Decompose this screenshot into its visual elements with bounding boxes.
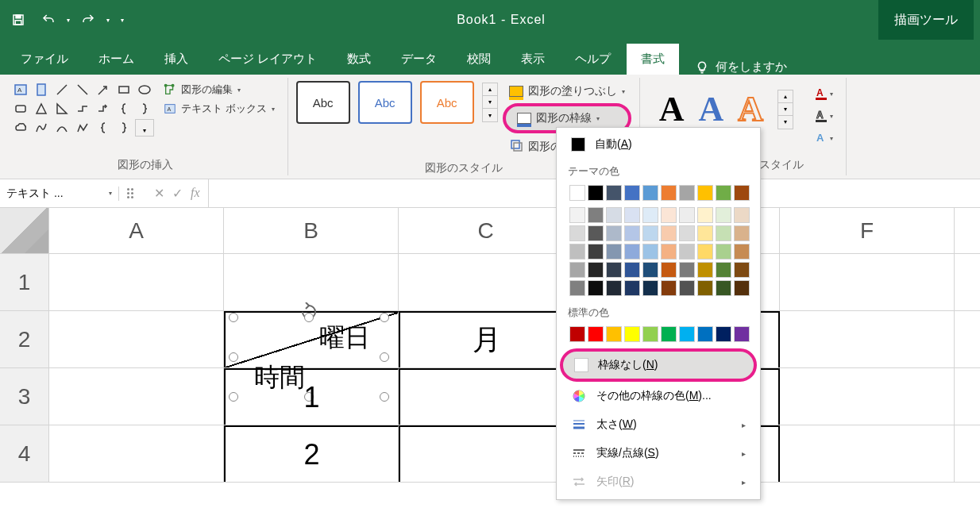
color-swatch[interactable] (569, 225, 585, 241)
automatic-color-item[interactable]: 自動(A) (560, 131, 757, 158)
color-swatch[interactable] (734, 244, 750, 260)
resize-handle[interactable] (380, 352, 389, 362)
color-swatch[interactable] (606, 244, 622, 260)
color-swatch[interactable] (569, 185, 585, 201)
shape-fill-button[interactable]: 図形の塗りつぶし ▾ (503, 81, 631, 102)
drag-handle-icon[interactable] (127, 188, 138, 198)
color-swatch[interactable] (734, 185, 750, 201)
cell-c1[interactable] (399, 254, 573, 310)
color-swatch[interactable] (661, 280, 677, 296)
color-swatch[interactable] (606, 225, 622, 241)
color-swatch[interactable] (588, 207, 604, 223)
color-swatch[interactable] (569, 207, 585, 223)
color-swatch[interactable] (588, 225, 604, 241)
shape-line-icon[interactable] (52, 81, 71, 98)
text-outline-button[interactable]: A▾ (812, 106, 835, 125)
cell-f4[interactable] (780, 425, 955, 482)
color-swatch[interactable] (661, 185, 677, 201)
color-swatch[interactable] (606, 280, 622, 296)
color-swatch[interactable] (642, 225, 658, 241)
weight-item[interactable]: 太さ(W) ▸ (560, 410, 757, 439)
color-swatch[interactable] (679, 225, 695, 241)
cell-b4[interactable]: 2 (224, 425, 399, 482)
color-swatch[interactable] (588, 244, 604, 260)
color-swatch[interactable] (679, 280, 695, 296)
shapes-gallery[interactable]: A ▾ (11, 81, 154, 137)
shape-arrow-icon[interactable] (94, 81, 113, 98)
color-swatch[interactable] (697, 225, 713, 241)
color-swatch[interactable] (716, 225, 731, 241)
color-swatch[interactable] (679, 244, 695, 260)
color-swatch[interactable] (734, 207, 750, 223)
col-header-f[interactable]: F (780, 208, 955, 253)
color-swatch[interactable] (734, 262, 750, 278)
shape-rbrace2-icon[interactable] (114, 119, 133, 137)
color-swatch[interactable] (588, 262, 604, 278)
shape-rect-icon[interactable] (114, 81, 133, 98)
cell-a3[interactable] (49, 368, 224, 425)
color-swatch[interactable] (606, 207, 622, 223)
cell-b2[interactable]: 曜日 時間 (224, 311, 399, 367)
color-swatch[interactable] (569, 244, 585, 260)
color-swatch[interactable] (716, 185, 731, 201)
shape-elbow-icon[interactable] (73, 100, 92, 117)
color-swatch[interactable] (697, 207, 713, 223)
color-swatch[interactable] (588, 185, 604, 201)
color-swatch[interactable] (697, 280, 713, 296)
color-swatch[interactable] (716, 280, 731, 296)
color-swatch[interactable] (697, 326, 713, 342)
resize-handle[interactable] (229, 352, 238, 362)
color-swatch[interactable] (642, 326, 658, 342)
shape-vert-textbox-icon[interactable] (32, 81, 51, 98)
cell-b3[interactable]: 1 (224, 368, 399, 425)
wordart-style-3[interactable]: A (738, 89, 763, 129)
undo-dropdown-caret[interactable]: ▾ (67, 17, 70, 24)
shape-arc-icon[interactable] (52, 119, 71, 137)
color-swatch[interactable] (679, 326, 695, 342)
color-swatch[interactable] (624, 185, 640, 201)
row-header-1[interactable]: 1 (0, 254, 49, 310)
color-swatch[interactable] (624, 280, 640, 296)
cell-a2[interactable] (49, 311, 224, 367)
shape-lbrace2-icon[interactable] (94, 119, 113, 137)
tab-home[interactable]: ホーム (84, 44, 149, 75)
gallery-scroll-up[interactable]: ▴ (483, 83, 497, 96)
tab-view[interactable]: 表示 (507, 44, 559, 75)
color-swatch[interactable] (624, 326, 640, 342)
tab-pagelayout[interactable]: ページ レイアウト (204, 44, 331, 75)
row-header-4[interactable]: 4 (0, 425, 49, 482)
cell-f2[interactable] (780, 311, 955, 367)
shape-rbrace-icon[interactable] (135, 100, 154, 117)
color-swatch[interactable] (661, 207, 677, 223)
style-preview-3[interactable]: Abc (420, 81, 474, 124)
color-swatch[interactable] (697, 262, 713, 278)
color-swatch[interactable] (588, 326, 604, 342)
wordart-scroll-up[interactable]: ▴ (778, 90, 793, 103)
text-fill-button[interactable]: A▾ (812, 84, 835, 103)
gallery-expand[interactable]: ▾ (483, 109, 497, 121)
color-swatch[interactable] (624, 244, 640, 260)
text-effects-button[interactable]: A▾ (812, 129, 835, 148)
color-swatch[interactable] (569, 326, 585, 342)
color-swatch[interactable] (661, 326, 677, 342)
wordart-scroll-down[interactable]: ▾ (778, 103, 793, 116)
cell-c4[interactable] (399, 425, 573, 482)
color-swatch[interactable] (716, 207, 731, 223)
color-swatch[interactable] (661, 225, 677, 241)
color-swatch[interactable] (606, 185, 622, 201)
row-header-2[interactable]: 2 (0, 311, 49, 367)
color-swatch[interactable] (642, 244, 658, 260)
cell-c3[interactable] (399, 368, 573, 425)
no-outline-item[interactable]: 枠線なし(N) (560, 348, 757, 382)
color-swatch[interactable] (642, 207, 658, 223)
shape-styles-gallery[interactable]: Abc Abc Abc ▴ ▾ ▾ (296, 81, 498, 124)
color-swatch[interactable] (569, 262, 585, 278)
redo-dropdown-caret[interactable]: ▾ (106, 17, 110, 24)
color-swatch[interactable] (716, 244, 731, 260)
rotate-handle[interactable] (299, 295, 318, 329)
cell-f3[interactable] (780, 368, 955, 425)
style-preview-2[interactable]: Abc (358, 81, 412, 124)
color-swatch[interactable] (716, 262, 731, 278)
tab-help[interactable]: ヘルプ (561, 44, 625, 75)
tab-format[interactable]: 書式 (627, 44, 679, 75)
